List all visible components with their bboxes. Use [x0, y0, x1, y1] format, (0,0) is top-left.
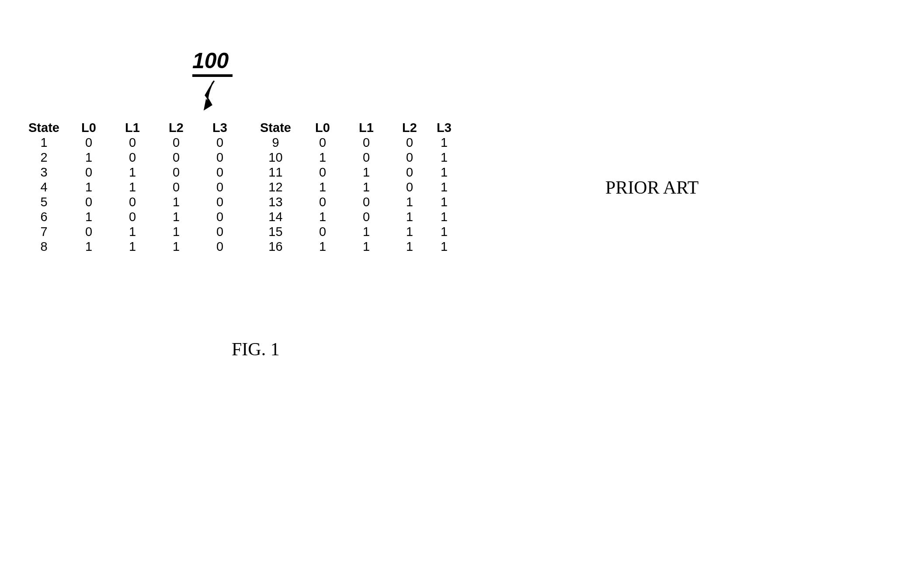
table-cell: 8 — [21, 239, 67, 254]
table-cell: 1 — [111, 224, 154, 239]
table-cell: 1 — [388, 194, 431, 209]
table-cell: 1 — [67, 180, 111, 194]
table-cell: 0 — [111, 194, 154, 209]
col-header: L1 — [344, 120, 388, 135]
table-cell: 0 — [344, 209, 388, 224]
table-cell: 1 — [21, 135, 67, 150]
table-cell: 1 — [154, 194, 198, 209]
table-cell: 0 — [198, 165, 242, 180]
table-cell: 1 — [388, 224, 431, 239]
prior-art-label: PRIOR ART — [605, 177, 698, 198]
table-cell: 0 — [388, 180, 431, 194]
reference-numeral: 100 — [192, 48, 229, 73]
table-cell: 0 — [301, 194, 344, 209]
table-cell: 1 — [154, 224, 198, 239]
table-cell: 0 — [344, 150, 388, 165]
table-cell: 1 — [388, 239, 431, 254]
table-cell: 1 — [431, 135, 457, 150]
table-cell: 0 — [198, 239, 242, 254]
table-cell: 4 — [21, 180, 67, 194]
table-cell: 0 — [301, 135, 344, 150]
table-cell: 13 — [250, 194, 301, 209]
col-header: L3 — [198, 120, 242, 135]
table-cell: 1 — [344, 180, 388, 194]
table-cell: 1 — [431, 209, 457, 224]
table-cell: 0 — [198, 150, 242, 165]
table-cell: 0 — [154, 150, 198, 165]
table-cell: 0 — [388, 150, 431, 165]
reference-underline — [192, 74, 233, 77]
table-cell: 0 — [154, 165, 198, 180]
table-cell: 1 — [344, 239, 388, 254]
state-table: State L0 L1 L2 L3 1 0 0 0 0 2 1 0 0 0 3 … — [21, 120, 457, 254]
table-cell: 1 — [431, 165, 457, 180]
table-cell: 1 — [111, 180, 154, 194]
table-cell: 0 — [344, 194, 388, 209]
table-cell: 0 — [67, 194, 111, 209]
table-cell: 15 — [250, 224, 301, 239]
table-cell: 1 — [431, 224, 457, 239]
table-cell: 1 — [431, 180, 457, 194]
table-cell: 0 — [198, 180, 242, 194]
col-header: L2 — [388, 120, 431, 135]
table-cell: 0 — [111, 135, 154, 150]
table-cell: 0 — [154, 135, 198, 150]
table-cell: 11 — [250, 165, 301, 180]
table-cell: 2 — [21, 150, 67, 165]
table-cell: 1 — [67, 209, 111, 224]
table-cell: 1 — [154, 209, 198, 224]
table-cell: 0 — [67, 224, 111, 239]
table-cell: 14 — [250, 209, 301, 224]
table-cell: 1 — [431, 150, 457, 165]
col-header: State — [250, 120, 301, 135]
table-cell: 0 — [198, 135, 242, 150]
table-cell: 0 — [388, 135, 431, 150]
table-cell: 0 — [67, 165, 111, 180]
table-cell: 1 — [431, 194, 457, 209]
table-cell: 0 — [198, 209, 242, 224]
table-cell: 0 — [111, 209, 154, 224]
col-header: L1 — [111, 120, 154, 135]
table-cell: 0 — [388, 165, 431, 180]
col-header: L2 — [154, 120, 198, 135]
table-cell: 0 — [67, 135, 111, 150]
table-cell: 1 — [344, 224, 388, 239]
table-cell: 1 — [154, 239, 198, 254]
table-cell: 0 — [111, 150, 154, 165]
table-cell: 0 — [198, 194, 242, 209]
table-cell: 0 — [344, 135, 388, 150]
table-cell: 1 — [301, 180, 344, 194]
table-cell: 10 — [250, 150, 301, 165]
table-cell: 6 — [21, 209, 67, 224]
col-header: L0 — [301, 120, 344, 135]
col-header: L0 — [67, 120, 111, 135]
table-cell: 5 — [21, 194, 67, 209]
table-cell: 1 — [111, 239, 154, 254]
reference-arrow-icon — [197, 79, 223, 114]
table-cell: 1 — [431, 239, 457, 254]
table-cell: 1 — [301, 239, 344, 254]
table-cell: 0 — [301, 224, 344, 239]
table-cell: 1 — [301, 150, 344, 165]
table-left-block: State L0 L1 L2 L3 1 0 0 0 0 2 1 0 0 0 3 … — [21, 120, 242, 254]
table-cell: 1 — [67, 150, 111, 165]
figure-label: FIG. 1 — [232, 339, 280, 360]
table-cell: 7 — [21, 224, 67, 239]
table-cell: 0 — [198, 224, 242, 239]
table-cell: 9 — [250, 135, 301, 150]
table-cell: 0 — [154, 180, 198, 194]
col-header: State — [21, 120, 67, 135]
table-cell: 0 — [301, 165, 344, 180]
table-right-block: State L0 L1 L2 L3 9 0 0 0 1 10 1 0 0 1 1… — [250, 120, 457, 254]
table-cell: 16 — [250, 239, 301, 254]
col-header: L3 — [431, 120, 457, 135]
table-cell: 3 — [21, 165, 67, 180]
table-cell: 12 — [250, 180, 301, 194]
table-cell: 1 — [301, 209, 344, 224]
table-cell: 1 — [111, 165, 154, 180]
table-cell: 1 — [67, 239, 111, 254]
table-cell: 1 — [388, 209, 431, 224]
table-cell: 1 — [344, 165, 388, 180]
